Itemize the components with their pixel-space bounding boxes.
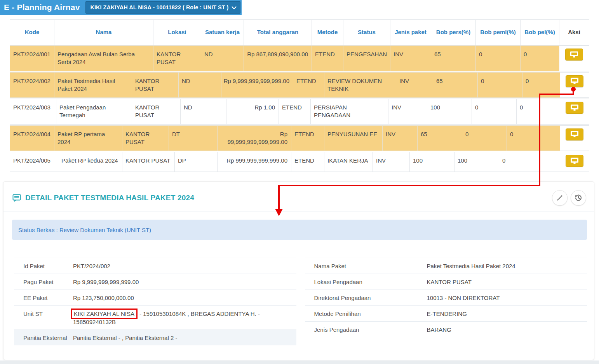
field-label: Nama Paket <box>314 262 427 270</box>
cell-status: REVIEW DOKUMEN TEKNIK <box>324 72 396 98</box>
detail-card-tools <box>552 190 586 206</box>
detail-field-row: Metode PemilihanE-TENDERING <box>305 305 587 321</box>
field-value: Rp 9,999,999,999,999.00 <box>73 278 293 286</box>
detail-field-row: EE PaketRp 123,750,000,000.00 <box>14 289 296 305</box>
field-value: 10013 - NON DIREKTORAT <box>427 294 584 302</box>
column-header-total-anggaran: Total anggaran <box>244 19 312 45</box>
field-label: Metode Pemilihan <box>314 310 427 318</box>
cell-kode: PKT/2024/001 <box>10 45 54 71</box>
cell-satuan-kerja: DT <box>169 125 218 151</box>
cell-bob-pel: 0 <box>517 99 560 125</box>
detail-field-row: Unit STKIKI ZAKIYAH AL NISA - 1591053010… <box>14 305 296 329</box>
cell-metode: ETEND <box>291 125 324 151</box>
table-body: PKT/2024/001Pengadaan Awal Bulan Serba S… <box>10 45 589 172</box>
monitor-icon <box>569 157 580 165</box>
detail-fields: Id PaketPKT/2024/002Pagu PaketRp 9,999,9… <box>14 258 587 345</box>
packages-table: KodeNamaLokasiSatuan kerjaTotal anggaran… <box>10 19 589 172</box>
monitor-icon <box>569 77 580 85</box>
history-icon <box>574 194 583 202</box>
cell-bob-peml: 100 <box>454 152 499 172</box>
view-detail-button[interactable] <box>566 128 583 140</box>
detail-card: DETAIL PAKET TESTMEDIA HASIL PAKET 2024 <box>3 181 594 360</box>
cell-aksi <box>560 99 589 125</box>
field-value: Paket Testmedia Hasil Paket 2024 <box>427 262 584 270</box>
detail-field-row: Jenis PengadaanBARANG <box>305 321 587 337</box>
detail-title: DETAIL PAKET TESTMEDIA HASIL PAKET 2024 <box>25 194 194 202</box>
cell-nama: Paket Testmedia Hasil Paket 2024 <box>54 72 132 98</box>
annotation-red-box: KIKI ZAKIYAH AL NISA <box>71 309 138 319</box>
cell-kode: PKT/2024/002 <box>10 72 54 98</box>
cell-total-anggaran: Rp 9,999,999,999,999.00 <box>221 72 293 98</box>
column-header-bob-pers-: Bob pers(%) <box>431 19 476 45</box>
cell-bob-pel: 0 <box>507 125 560 151</box>
column-header-lokasi: Lokasi <box>153 19 201 45</box>
cell-jenis-paket: INV <box>373 152 410 172</box>
detail-field-row: Direktorat Pengadaan10013 - NON DIREKTOR… <box>305 289 587 305</box>
cell-nama: Paket Pengadaan Termegah <box>56 99 132 125</box>
cell-bob-pers: 65 <box>433 72 478 98</box>
cell-kode: PKT/2024/005 <box>10 152 58 172</box>
page-bottom-strip <box>0 361 599 364</box>
cell-satuan-kerja: ND <box>179 72 221 98</box>
view-detail-button[interactable] <box>566 75 583 87</box>
table-header-row: KodeNamaLokasiSatuan kerjaTotal anggaran… <box>10 19 589 45</box>
table-row: PKT/2024/001Pengadaan Awal Bulan Serba S… <box>10 45 589 71</box>
cell-bob-pel: 0 <box>521 45 559 71</box>
monitor-icon <box>569 104 580 112</box>
cell-bob-peml: 0 <box>478 72 522 98</box>
field-label: Lokasi Pengadaan <box>314 278 427 286</box>
cell-jenis-paket: INV <box>390 45 431 71</box>
field-label: Panitia Eksternal <box>23 334 73 342</box>
detail-field-row: Nama PaketPaket Testmedia Hasil Paket 20… <box>305 258 587 274</box>
cell-total-anggaran: Rp 867,809,090,900.00 <box>244 45 312 71</box>
user-role-select-value: KIKI ZAKIYAH AL NISA - 10011822 ( Role :… <box>91 4 229 10</box>
field-value: KANTOR PUSAT <box>427 278 584 286</box>
cell-bob-pel: 0 <box>522 72 560 98</box>
field-label: Unit ST <box>23 310 73 326</box>
status-berkas-text: Status Berkas : Review Dokumen Teknik (U… <box>18 227 151 233</box>
table-row: PKT/2024/003Paket Pengadaan TermegahKANT… <box>10 99 589 125</box>
history-button[interactable] <box>571 190 586 206</box>
cell-bob-peml: 0 <box>462 125 507 151</box>
app-header: E - Planning Airnav KIKI ZAKIYAH AL NISA… <box>0 0 242 15</box>
cell-lokasi: KANTOR PUSAT <box>132 72 179 98</box>
cell-metode: ETEND <box>291 152 324 172</box>
detail-divider <box>3 211 594 211</box>
cell-kode: PKT/2024/004 <box>10 125 54 151</box>
table-row: PKT/2024/004Paket RP pertama 2024KANTOR … <box>10 125 589 151</box>
expand-diagonal-icon <box>556 194 564 202</box>
cell-bob-peml: 0 <box>472 99 517 125</box>
cell-metode: ETEND <box>279 99 311 125</box>
field-value: E-TENDERING <box>427 310 584 318</box>
cell-metode: ETEND <box>312 45 343 71</box>
view-detail-button[interactable] <box>565 49 583 61</box>
detail-fields-left: Id PaketPKT/2024/002Pagu PaketRp 9,999,9… <box>14 258 296 345</box>
cell-satuan-kerja: ND <box>181 99 226 125</box>
cell-bob-pers: 100 <box>427 99 472 125</box>
expand-button[interactable] <box>552 190 568 206</box>
monitor-icon <box>569 130 580 138</box>
cell-bob-peml: 0 <box>476 45 521 71</box>
user-role-select[interactable]: KIKI ZAKIYAH AL NISA - 10011822 ( Role :… <box>85 1 241 14</box>
column-header-status: Status <box>343 19 390 45</box>
column-header-jenis-paket: Jenis paket <box>390 19 431 45</box>
view-detail-button[interactable] <box>566 102 583 114</box>
field-label: EE Paket <box>23 294 73 302</box>
status-berkas-box: Status Berkas : Review Dokumen Teknik (U… <box>12 220 587 240</box>
table-row: PKT/2024/002Paket Testmedia Hasil Paket … <box>10 72 589 98</box>
detail-field-row: Panitia EksternalPanitia Eksternal - , P… <box>14 329 296 345</box>
chevron-down-icon <box>232 6 237 10</box>
column-header-nama: Nama <box>54 19 153 45</box>
cell-satuan-kerja: ND <box>201 45 244 71</box>
column-header-metode: Metode <box>312 19 343 45</box>
cell-status: PENYUSUNAN EE <box>324 125 383 151</box>
view-detail-button[interactable] <box>566 155 583 167</box>
cell-total-anggaran: Rp 99,999,999,999,999.00 <box>218 125 291 151</box>
cell-aksi <box>560 152 589 172</box>
detail-field-row: Pagu PaketRp 9,999,999,999,999.00 <box>14 274 296 289</box>
field-value: Rp 123,750,000,000.00 <box>73 294 293 302</box>
field-value: Panitia Eksternal - , Panitia Eksternal … <box>73 334 293 342</box>
cell-bob-pel: 0 <box>499 152 560 172</box>
field-value: KIKI ZAKIYAH AL NISA - 159105301084K , B… <box>73 310 293 326</box>
cell-lokasi: KANTOR PUSAT <box>153 45 201 71</box>
